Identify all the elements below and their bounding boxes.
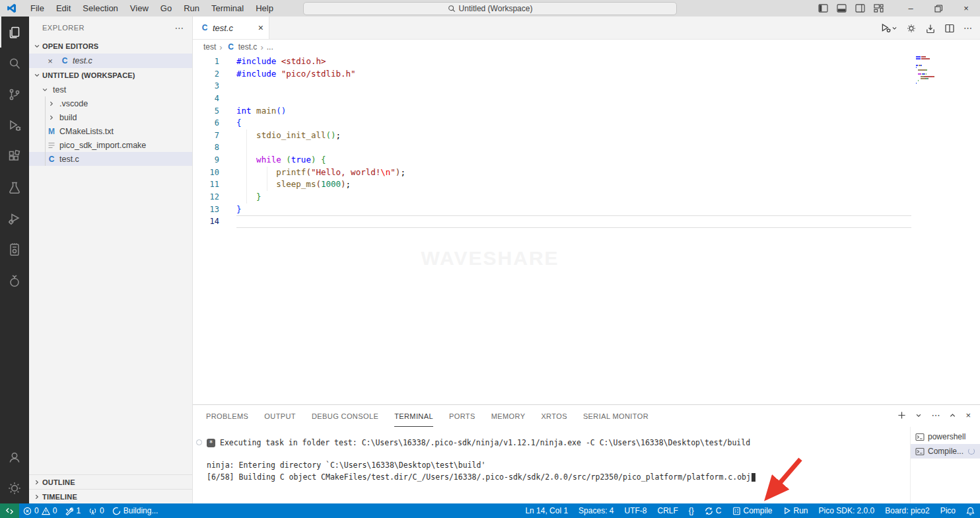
- status-run[interactable]: Run: [778, 503, 814, 518]
- maximize-panel-icon[interactable]: [949, 412, 956, 419]
- terminal-dropdown-icon[interactable]: [915, 412, 922, 419]
- run-debug-file-icon[interactable]: [880, 22, 897, 34]
- vscode-window: FileEditSelectionViewGoRunTerminalHelp ←…: [0, 0, 980, 518]
- status-indentation[interactable]: Spaces: 4: [573, 503, 619, 518]
- status-text: Run: [794, 506, 808, 515]
- panel-tab-xrtos[interactable]: XRTOS: [541, 412, 567, 427]
- status-tasks[interactable]: 1: [61, 503, 85, 518]
- layout-sidebar-icon[interactable]: [818, 4, 828, 13]
- command-decoration-icon[interactable]: [196, 439, 202, 445]
- section-outline[interactable]: OUTLINE: [29, 474, 192, 489]
- account-icon[interactable]: [0, 441, 29, 472]
- status-eol[interactable]: CRLF: [652, 503, 683, 518]
- layout-secondary-sidebar-icon[interactable]: [855, 4, 865, 13]
- remote-icon: [5, 506, 15, 516]
- more-actions-icon[interactable]: ⋯: [175, 22, 185, 33]
- source-control-icon[interactable]: [0, 79, 29, 110]
- extensions-icon[interactable]: [0, 141, 29, 172]
- settings-gear-icon[interactable]: [906, 23, 917, 34]
- status-language-mode[interactable]: C: [699, 503, 727, 518]
- search-icon[interactable]: [0, 48, 29, 79]
- panel-tab-terminal[interactable]: TERMINAL: [394, 412, 433, 427]
- testing-icon[interactable]: [0, 172, 29, 203]
- status-problems[interactable]: 00: [19, 503, 61, 518]
- status-notifications[interactable]: [961, 503, 980, 518]
- close-panel-icon[interactable]: ×: [965, 410, 971, 420]
- status-pico-sdk[interactable]: Pico SDK: 2.0.0: [814, 503, 880, 518]
- terminal-output[interactable]: *Executing task in folder test: C:\Users…: [193, 427, 910, 503]
- menu-selection[interactable]: Selection: [77, 0, 123, 17]
- pico-board-icon[interactable]: [0, 234, 29, 265]
- flash-device-icon[interactable]: [925, 23, 936, 34]
- more-actions-icon[interactable]: ⋯: [963, 23, 972, 33]
- status-language-braces[interactable]: {}: [683, 503, 699, 518]
- run-debug-icon[interactable]: [0, 110, 29, 141]
- layout-panel-icon[interactable]: [837, 4, 847, 13]
- status-pico[interactable]: Pico: [935, 503, 961, 518]
- code-editor[interactable]: WAVESHARE 1#include <stdio.h>2#include "…: [193, 54, 980, 404]
- menu-view[interactable]: View: [124, 0, 155, 17]
- menu-edit[interactable]: Edit: [50, 0, 77, 17]
- minimize-icon[interactable]: –: [897, 0, 925, 17]
- tree-item-pico-sdk-import-cmake[interactable]: pico_sdk_import.cmake: [29, 138, 192, 152]
- status-remote[interactable]: [0, 503, 19, 518]
- menu-run[interactable]: Run: [178, 0, 205, 17]
- file-label: test.c: [73, 56, 92, 65]
- panel-tab-serial-monitor[interactable]: SERIAL MONITOR: [583, 412, 648, 427]
- close-icon[interactable]: ×: [952, 0, 980, 17]
- terminal-instance-powershell[interactable]: powershell: [911, 429, 980, 444]
- close-icon[interactable]: ×: [45, 56, 55, 66]
- status-cursor-position[interactable]: Ln 14, Col 1: [520, 503, 573, 518]
- status-compile[interactable]: Compile: [727, 503, 778, 518]
- tree-item-cmakelists-txt[interactable]: MCMakeLists.txt: [29, 124, 192, 138]
- menu-terminal[interactable]: Terminal: [205, 0, 250, 17]
- terminal-instance-compile-[interactable]: Compile...: [911, 444, 980, 459]
- panel-tab-memory[interactable]: MEMORY: [491, 412, 526, 427]
- section-open-editors[interactable]: OPEN EDITORS: [29, 39, 192, 54]
- split-editor-icon[interactable]: [944, 23, 955, 34]
- close-icon[interactable]: ×: [258, 22, 263, 33]
- tree-item-test[interactable]: test: [29, 83, 192, 96]
- open-editor-item[interactable]: ×Ctest.c: [29, 54, 192, 68]
- status-building[interactable]: Building...: [108, 503, 162, 518]
- panel-tab-problems[interactable]: PROBLEMS: [206, 412, 248, 427]
- panel-tab-ports[interactable]: PORTS: [449, 412, 475, 427]
- tree-item-build[interactable]: build: [29, 110, 192, 124]
- minimap-line: [916, 85, 962, 86]
- new-terminal-icon[interactable]: [897, 411, 906, 420]
- minimap[interactable]: [916, 56, 962, 87]
- settings-gear-icon[interactable]: [0, 472, 29, 503]
- menubar: FileEditSelectionViewGoRunTerminalHelp: [24, 0, 279, 17]
- raspberry-pi-icon[interactable]: [0, 265, 29, 296]
- panel-tab-debug-console[interactable]: DEBUG CONSOLE: [312, 412, 378, 427]
- section-label: UNTITLED (WORKSPACE): [42, 71, 135, 79]
- pico-task-icon[interactable]: [0, 203, 29, 234]
- status-encoding[interactable]: UTF-8: [619, 503, 652, 518]
- breadcrumb-item[interactable]: ...: [267, 42, 273, 52]
- file-file-icon: [46, 141, 57, 149]
- section-workspace[interactable]: UNTITLED (WORKSPACE): [29, 68, 192, 83]
- breadcrumb-item[interactable]: test: [203, 42, 216, 52]
- tree-item-test-c[interactable]: Ctest.c: [29, 152, 192, 166]
- restore-icon[interactable]: [925, 0, 952, 17]
- terminal-line: ninja: Entering directory `C:\Users\1633…: [207, 460, 910, 471]
- menu-go[interactable]: Go: [155, 0, 178, 17]
- section-timeline[interactable]: TIMELINE: [29, 489, 192, 503]
- tree-item--vscode[interactable]: .vscode: [29, 96, 192, 110]
- explorer-icon[interactable]: [0, 17, 29, 48]
- status-text: 0: [53, 506, 57, 515]
- status-board[interactable]: Board: pico2: [880, 503, 934, 518]
- command-center-search[interactable]: Untitled (Workspace): [303, 2, 677, 15]
- more-actions-icon[interactable]: ⋯: [931, 410, 940, 420]
- menu-help[interactable]: Help: [250, 0, 279, 17]
- sync-icon: [705, 507, 713, 515]
- breadcrumb-item[interactable]: test.c: [238, 42, 258, 52]
- menu-file[interactable]: File: [24, 0, 50, 17]
- line-number: 3: [193, 80, 219, 92]
- status-ports[interactable]: 0: [85, 503, 108, 518]
- tab-test-c[interactable]: C test.c ×: [193, 17, 269, 39]
- layout-customize-icon[interactable]: [874, 4, 884, 13]
- breadcrumb[interactable]: test›Ctest.c›...: [193, 40, 980, 54]
- panel-tab-output[interactable]: OUTPUT: [264, 412, 296, 427]
- c-file-icon: C: [59, 56, 70, 65]
